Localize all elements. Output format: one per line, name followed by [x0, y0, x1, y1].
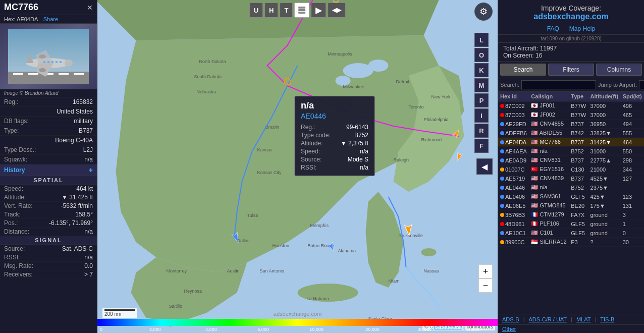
- cell-hex: 87C003: [498, 110, 529, 120]
- cell-type: B77W: [569, 101, 588, 110]
- col-hex[interactable]: Hex id: [498, 92, 529, 101]
- speed-row: Speed: 464 kt: [0, 185, 97, 193]
- table-header-row: Hex id Callsign Type Altitude(ft) Spd(kt…: [498, 92, 644, 101]
- altitude-row: Altitude: ▼ 31,425 ft: [0, 193, 97, 202]
- cell-callsign: 🇯🇵 JF001: [529, 101, 569, 110]
- popup-hex: AE0446: [301, 112, 368, 120]
- receivers-value: > 7: [84, 271, 93, 278]
- altitude-label: Altitude:: [4, 194, 26, 201]
- vertrate-row: Vert. Rate: -5632 ft/min: [0, 202, 97, 210]
- status-dot: [500, 186, 504, 190]
- history-section-header[interactable]: History +: [0, 164, 97, 176]
- svg-rect-66: [298, 12, 305, 14]
- left-panel: MC7766 ✕ Hex: AE04DA Share: [0, 0, 97, 333]
- svg-text:Detroit: Detroit: [396, 79, 410, 84]
- expand-button[interactable]: ◀▶: [328, 3, 346, 18]
- legend-adsbcr[interactable]: ADS-C/R / UAT: [528, 316, 567, 322]
- altitude-scale: 0 2,000 4,000 6,000 10,000 20,000 30,000…: [97, 319, 498, 333]
- svg-rect-2: [13, 73, 23, 75]
- nav-left-arrow[interactable]: ◀: [476, 158, 493, 175]
- u-button[interactable]: U: [249, 3, 263, 18]
- flag-icon: 🇺🇸: [531, 121, 538, 127]
- table-row[interactable]: AE5719 🇺🇸 CNV4839 B737 4525▼ 127: [498, 174, 644, 183]
- table-row[interactable]: 01007C 🇹🇷 EGY1516 C130 21000 344: [498, 165, 644, 174]
- arrow-right-button[interactable]: ▶: [311, 3, 326, 18]
- f-button[interactable]: F: [474, 139, 489, 153]
- close-button[interactable]: ✕: [87, 4, 93, 12]
- i-button[interactable]: I: [474, 108, 489, 123]
- table-row[interactable]: 87C002 🇯🇵 JF001 B77W 37000 496: [498, 101, 644, 110]
- hex-cell-value: AE5719: [505, 176, 525, 182]
- svg-rect-5: [59, 73, 69, 75]
- t-button[interactable]: T: [280, 3, 293, 18]
- table-row[interactable]: AE4AEA 🇺🇸 n/a B752 31000 550: [498, 147, 644, 156]
- svg-text:Houston: Houston: [273, 243, 290, 248]
- legend-mlat[interactable]: MLAT: [576, 316, 591, 322]
- rssi-value: n/a: [84, 254, 93, 261]
- table-row[interactable]: ADFEB6 🇺🇸 ABIDE55 B742 32825▼ 555: [498, 129, 644, 138]
- ads-link[interactable]: adsbexchange.com: [503, 12, 639, 21]
- table-row[interactable]: AE0406 🇺🇸 SAM361 GLF5 425▼ 123: [498, 192, 644, 201]
- legend-tisb[interactable]: TIS-B: [600, 316, 614, 322]
- faq-link[interactable]: FAQ: [547, 25, 559, 32]
- table-row[interactable]: 89900C 🇸🇬 SIERRA12 P3 ? 30: [498, 238, 644, 247]
- flag-icon: 🇺🇸: [531, 202, 538, 208]
- col-speed[interactable]: Spd(kt): [621, 92, 644, 101]
- cell-type: B742: [569, 129, 588, 138]
- k-button[interactable]: K: [474, 63, 489, 77]
- table-row[interactable]: AE29FD 🇺🇸 CNV4855 B737 36950 494: [498, 120, 644, 129]
- table-row[interactable]: AE0446 🇺🇸 n/a B752 2375▼: [498, 183, 644, 192]
- zoom-out-button[interactable]: −: [478, 279, 493, 293]
- search-input[interactable]: [521, 80, 596, 89]
- popup-reg-value: 99-6143: [346, 124, 368, 131]
- status-dot: [500, 104, 504, 108]
- col-callsign[interactable]: Callsign: [529, 92, 569, 101]
- h-button[interactable]: H: [264, 3, 278, 18]
- legend-adsb[interactable]: ADS-B: [502, 316, 519, 322]
- search-button[interactable]: Search: [500, 64, 546, 76]
- table-row[interactable]: 87C003 🇯🇵 JF002 B77W 37000 465: [498, 110, 644, 120]
- cell-callsign: 🇺🇸 C101: [529, 229, 569, 238]
- user-info: tar1090 on github (210920): [498, 35, 644, 43]
- svg-rect-67: [97, 319, 498, 326]
- cell-hex: 01007C: [498, 165, 529, 174]
- p-button[interactable]: P: [474, 93, 489, 107]
- table-row[interactable]: 48D961 🇵🇪 PLF106 GLF5 ground 1: [498, 219, 644, 229]
- improve-coverage-text: Improve Coverage:: [503, 4, 639, 12]
- map-help-link[interactable]: Map Help: [569, 25, 595, 32]
- hex-cell-value: AE0AD9: [505, 157, 526, 163]
- col-type[interactable]: Type: [569, 92, 588, 101]
- cell-type: B737: [569, 156, 588, 165]
- legend-other[interactable]: Other: [502, 326, 516, 332]
- gear-button[interactable]: ⚙: [474, 3, 493, 21]
- l-button[interactable]: L: [474, 33, 489, 47]
- table-row[interactable]: AE06E5 🇺🇸 GTMO845 BE20 175▼ 131: [498, 201, 644, 210]
- share-link[interactable]: Share: [43, 16, 58, 22]
- table-row[interactable]: AE10C1 🇺🇸 C101 GLF5 ground 0: [498, 229, 644, 238]
- table-row[interactable]: 3B76B3 🇫🇷 CTM1279 FA7X ground 3: [498, 210, 644, 219]
- m-button[interactable]: M: [474, 78, 489, 92]
- filters-button[interactable]: Filters: [548, 64, 594, 76]
- hex-value: Hex: AE04DA: [4, 16, 38, 22]
- svg-text:La Habana: La Habana: [307, 296, 329, 301]
- popup-source-label: Source:: [301, 156, 321, 163]
- aircraft-header: MC7766 ✕: [0, 0, 97, 15]
- hex-cell-value: AE06E5: [505, 203, 525, 209]
- map-area[interactable]: Minneapolis Milwaukee Chicago Detroit To…: [97, 0, 498, 333]
- svg-point-24: [421, 248, 437, 256]
- o-button[interactable]: O: [474, 48, 489, 62]
- col-altitude[interactable]: Altitude(ft): [588, 92, 621, 101]
- layer-icon-button[interactable]: [294, 3, 309, 18]
- cell-callsign: 🇫🇷 CTM1279: [529, 210, 569, 219]
- zoom-in-button[interactable]: +: [478, 264, 493, 279]
- cell-hex: AE04DA: [498, 138, 529, 147]
- cell-altitude: 37000: [588, 110, 621, 120]
- svg-text:New York: New York: [432, 94, 451, 99]
- r-button[interactable]: R: [474, 124, 489, 138]
- airport-input[interactable]: [639, 80, 644, 89]
- table-row[interactable]: AE0AD9 🇺🇸 CNV831 B737 22775▲ 298: [498, 156, 644, 165]
- columns-button[interactable]: Columns: [596, 64, 642, 76]
- history-label: History: [4, 166, 25, 174]
- table-row[interactable]: AE04DA 🇺🇸 MC7766 B737 31425▼ 464: [498, 138, 644, 147]
- flag-icon: 🇺🇸: [531, 130, 538, 136]
